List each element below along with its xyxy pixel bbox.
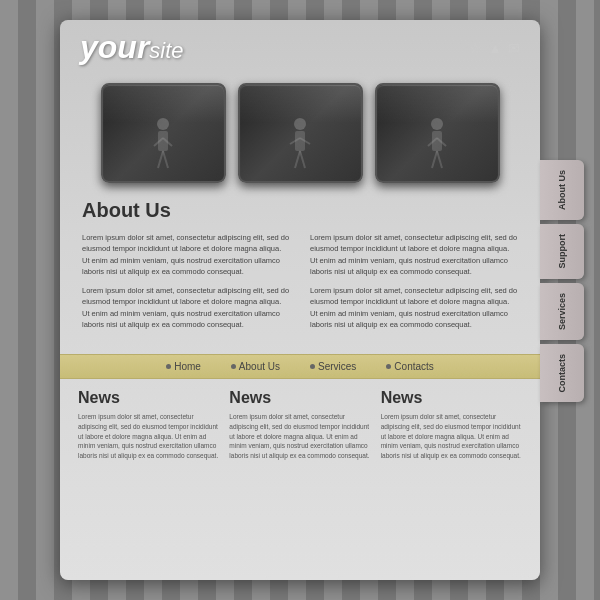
- bell-icon[interactable]: ▲: [488, 40, 502, 56]
- site-title: yoursite: [80, 29, 184, 66]
- news-text-3: Lorem ipsum dolor sit amet, consectetur …: [381, 412, 522, 461]
- sidebar-tab-support[interactable]: Support: [540, 224, 584, 279]
- news-text-1: Lorem ipsum dolor sit amet, consectetur …: [78, 412, 219, 461]
- news-title-2: News: [229, 389, 370, 407]
- svg-line-8: [295, 151, 300, 168]
- nav-contacts-label: Contacts: [394, 361, 433, 372]
- about-para-4: Lorem ipsum dolor sit amet, consectetur …: [310, 285, 518, 330]
- news-text-2: Lorem ipsum dolor sit amet, consectetur …: [229, 412, 370, 461]
- nav-dot-contacts: [386, 364, 391, 369]
- svg-point-0: [157, 118, 169, 130]
- svg-point-6: [294, 118, 306, 130]
- site-title-site: site: [149, 38, 183, 63]
- news-col-2: News Lorem ipsum dolor sit amet, consect…: [229, 389, 370, 461]
- svg-line-15: [437, 151, 442, 168]
- about-content: About Us Lorem ipsum dolor sit amet, con…: [60, 183, 540, 346]
- thumbnail-3[interactable]: [375, 83, 500, 183]
- thumbnails-row: [60, 75, 540, 183]
- nav-bar: Home About Us Services Contacts: [60, 354, 540, 379]
- star-icon[interactable]: ☆: [469, 40, 482, 56]
- nav-dot-home: [166, 364, 171, 369]
- news-title-1: News: [78, 389, 219, 407]
- about-para-2: Lorem ipsum dolor sit amet, consectetur …: [82, 285, 290, 330]
- header: yoursite ☆ ▲ ✉: [60, 20, 540, 75]
- mail-icon[interactable]: ✉: [508, 40, 520, 56]
- news-section: News Lorem ipsum dolor sit amet, consect…: [60, 379, 540, 473]
- sidebar-tab-services-label: Services: [557, 293, 567, 330]
- nav-home-label: Home: [174, 361, 201, 372]
- svg-line-9: [300, 151, 305, 168]
- svg-point-12: [431, 118, 443, 130]
- nav-about[interactable]: About Us: [231, 361, 280, 372]
- news-title-3: News: [381, 389, 522, 407]
- thumbnail-1[interactable]: [101, 83, 226, 183]
- nav-dot-services: [310, 364, 315, 369]
- content-columns: Lorem ipsum dolor sit amet, consectetur …: [82, 232, 518, 338]
- svg-line-14: [432, 151, 437, 168]
- about-title: About Us: [82, 199, 518, 222]
- site-title-your: your: [80, 29, 149, 65]
- content-col-1: Lorem ipsum dolor sit amet, consectetur …: [82, 232, 290, 338]
- about-para-1: Lorem ipsum dolor sit amet, consectetur …: [82, 232, 290, 277]
- sidebar-tab-about[interactable]: About Us: [540, 160, 584, 220]
- sidebar-tab-contacts-label: Contacts: [557, 354, 567, 393]
- nav-dot-about: [231, 364, 236, 369]
- main-container: yoursite ☆ ▲ ✉: [60, 20, 540, 580]
- nav-contacts[interactable]: Contacts: [386, 361, 433, 372]
- about-para-3: Lorem ipsum dolor sit amet, consectetur …: [310, 232, 518, 277]
- nav-about-label: About Us: [239, 361, 280, 372]
- sidebar-tab-support-label: Support: [557, 234, 567, 269]
- svg-line-2: [158, 151, 163, 168]
- sidebar-tab-services[interactable]: Services: [540, 283, 584, 340]
- sidebar-tabs: About Us Support Services Contacts: [540, 160, 584, 402]
- nav-services-label: Services: [318, 361, 356, 372]
- svg-line-3: [163, 151, 168, 168]
- thumbnail-2[interactable]: [238, 83, 363, 183]
- news-col-1: News Lorem ipsum dolor sit amet, consect…: [78, 389, 219, 461]
- news-col-3: News Lorem ipsum dolor sit amet, consect…: [381, 389, 522, 461]
- nav-services[interactable]: Services: [310, 361, 356, 372]
- header-icons: ☆ ▲ ✉: [469, 40, 520, 56]
- sidebar-tab-about-label: About Us: [557, 170, 567, 210]
- nav-home[interactable]: Home: [166, 361, 201, 372]
- content-col-2: Lorem ipsum dolor sit amet, consectetur …: [310, 232, 518, 338]
- sidebar-tab-contacts[interactable]: Contacts: [540, 344, 584, 403]
